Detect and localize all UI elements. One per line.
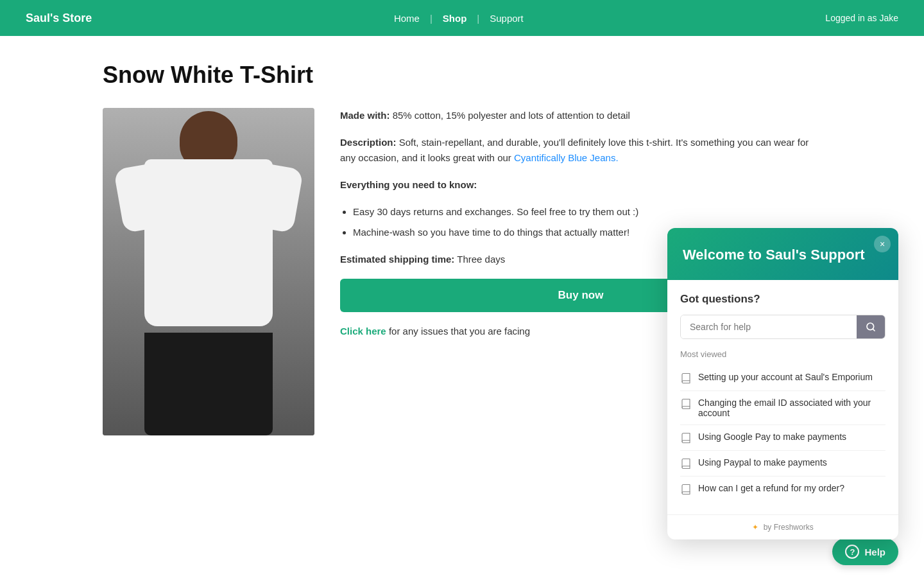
book-icon-4 (680, 458, 692, 461)
book-icon-2 (680, 398, 692, 410)
brand-logo: Saul's Store (26, 12, 92, 25)
nav-support[interactable]: Support (479, 13, 534, 24)
search-button[interactable] (857, 315, 885, 338)
help-item-1-text: Setting up your account at Saul's Empori… (698, 372, 873, 382)
help-item-4-text: Using Paypal to make payments (698, 457, 827, 461)
nav-home[interactable]: Home (384, 13, 430, 24)
search-icon (866, 322, 876, 332)
description-label: Description: (340, 137, 397, 148)
model-pants (144, 333, 273, 435)
everything-label: Everything you need to know: (340, 177, 821, 193)
widget-body: Got questions? Most viewed Setting up yo… (667, 280, 898, 461)
search-row (680, 315, 886, 339)
bullet-1: Easy 30 days returns and exchanges. So f… (353, 204, 821, 220)
click-here-link[interactable]: Click here (340, 326, 386, 337)
help-item-2-text: Changing the email ID associated with yo… (698, 398, 886, 418)
support-widget: Welcome to Saul's Support × Got question… (667, 228, 898, 461)
help-item-4[interactable]: Using Paypal to make payments (680, 451, 886, 461)
user-status: Logged in as Jake (825, 13, 898, 23)
description: Description: Soft, stain-repellant, and … (340, 135, 821, 166)
widget-header: Welcome to Saul's Support × (667, 228, 898, 280)
product-title: Snow White T-Shirt (103, 62, 821, 89)
widget-title: Welcome to Saul's Support (683, 246, 883, 265)
search-input[interactable] (681, 315, 857, 338)
blue-jeans-link[interactable]: Cyantifically Blue Jeans. (514, 152, 619, 163)
product-image (103, 108, 314, 435)
made-with-label: Made with: (340, 110, 390, 121)
book-icon-1 (680, 372, 692, 384)
help-item-3-text: Using Google Pay to make payments (698, 432, 846, 442)
help-item-1[interactable]: Setting up your account at Saul's Empori… (680, 365, 886, 391)
book-icon-3 (680, 432, 692, 444)
made-with: Made with: 85% cotton, 15% polyester and… (340, 108, 821, 123)
navbar: Saul's Store Home | Shop | Support Logge… (0, 0, 924, 36)
help-item-3[interactable]: Using Google Pay to make payments (680, 425, 886, 451)
questions-title: Got questions? (680, 293, 886, 306)
nav-shop[interactable]: Shop (432, 13, 477, 24)
tshirt-body (144, 159, 273, 326)
svg-line-1 (873, 329, 875, 331)
help-item-2[interactable]: Changing the email ID associated with yo… (680, 391, 886, 425)
made-with-value: 85% cotton, 15% polyester and lots of at… (393, 110, 630, 121)
shipping-label: Estimated shipping time: (340, 254, 454, 265)
issues-suffix: for any issues that you are facing (389, 326, 530, 337)
most-viewed-label: Most viewed (680, 349, 886, 359)
shipping-value: Three days (457, 254, 505, 265)
widget-close-button[interactable]: × (874, 236, 891, 252)
nav-links: Home | Shop | Support (384, 13, 534, 24)
